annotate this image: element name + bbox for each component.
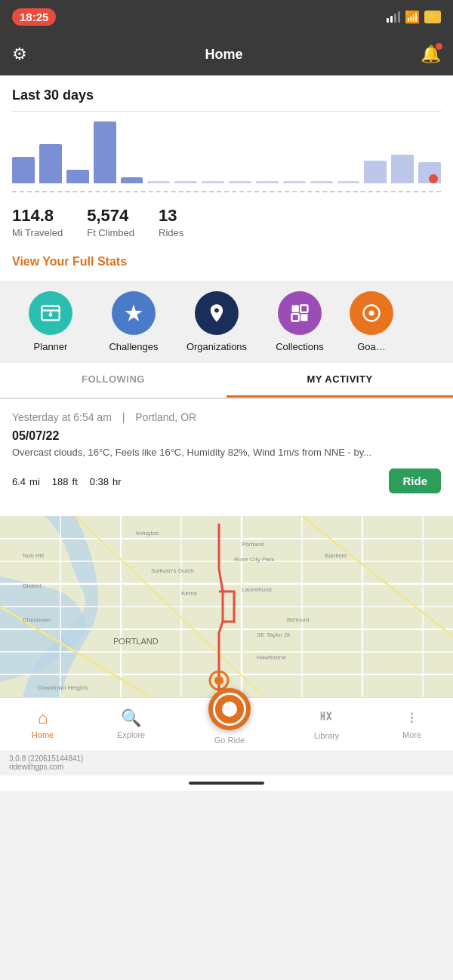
nav-library[interactable]: Library [314, 708, 340, 740]
tab-my-activity[interactable]: MY ACTIVITY [226, 363, 453, 398]
planner-label: Planner [34, 341, 68, 352]
svg-text:Downtown Heights: Downtown Heights [38, 684, 88, 691]
top-nav: ⚙ Home 🔔 [0, 33, 453, 75]
svg-point-8 [369, 311, 374, 316]
status-bar: 18:25 📶 ⚡ [0, 0, 453, 33]
chart-bar [391, 155, 414, 183]
collections-action[interactable]: Collections [258, 291, 341, 352]
svg-text:Irvington: Irvington [136, 530, 159, 536]
svg-text:PORTLAND: PORTLAND [113, 637, 159, 646]
metrics-row: 114.8 Mi Traveled 5,574 Ft Climbed 13 Ri… [12, 197, 441, 247]
activity-elevation: 188 ft [52, 473, 78, 489]
more-icon: ⁝ [409, 708, 414, 728]
svg-text:Portland: Portland [242, 541, 264, 548]
chart-bar [39, 144, 62, 183]
collections-icon [278, 291, 322, 335]
stats-title: Last 30 days [12, 88, 441, 103]
app-version: 3.0.8 (220615144841) ridewithgps.com [0, 750, 453, 776]
svg-point-43 [214, 676, 223, 685]
distance-metric: 114.8 Mi Traveled [12, 206, 63, 238]
activity-chart [12, 111, 441, 186]
activity-feed: Yesterday at 6:54 am | Portland, OR 05/0… [0, 399, 453, 516]
organizations-action[interactable]: Organizations [175, 291, 258, 352]
more-label: More [402, 730, 421, 739]
signal-icon [387, 11, 400, 23]
chart-bar [283, 181, 306, 183]
version-text: 3.0.8 (220615144841) [9, 754, 83, 763]
status-time: 18:25 [12, 8, 56, 26]
notifications-button[interactable]: 🔔 [421, 45, 441, 64]
chart-bar [229, 181, 251, 183]
activity-stats-row: 6.4 mi 188 ft 0:38 hr Ride [12, 468, 441, 493]
notification-dot [436, 43, 442, 50]
planner-action[interactable]: Planner [9, 291, 92, 352]
svg-text:Laurelhurst: Laurelhurst [242, 586, 273, 593]
settings-icon[interactable]: ⚙ [12, 45, 27, 64]
svg-rect-5 [300, 306, 307, 312]
activity-timestamp: Yesterday at 6:54 am | Portland, OR [12, 411, 441, 423]
svg-text:SE Taylor St: SE Taylor St [257, 631, 291, 638]
explore-label: Explore [117, 730, 145, 739]
chart-bar [147, 181, 170, 183]
svg-text:Chinatown: Chinatown [23, 616, 51, 623]
activity-time: 0:38 hr [90, 473, 122, 489]
chart-bar [364, 161, 387, 183]
svg-text:District: District [23, 582, 42, 589]
status-icons: 📶 ⚡ [387, 10, 441, 24]
goals-icon [350, 291, 393, 335]
wifi-icon: 📶 [405, 10, 420, 24]
stats-section: Last 30 days 114.8 Mi Traveled 5,574 Ft … [0, 75, 453, 281]
rides-metric: 13 Rides [159, 206, 183, 238]
collections-label: Collections [276, 341, 324, 352]
library-icon [319, 708, 335, 729]
rides-label: Rides [159, 227, 183, 238]
home-icon: ⌂ [38, 708, 48, 728]
svg-text:Nob Hill: Nob Hill [23, 552, 44, 559]
elevation-value: 5,574 [87, 206, 134, 226]
nav-go-ride[interactable]: Go Ride [208, 703, 251, 745]
activity-distance: 6.4 mi [12, 473, 40, 489]
svg-rect-6 [292, 314, 299, 321]
nav-home[interactable]: ⌂ Home [32, 708, 54, 739]
challenges-icon [112, 291, 156, 335]
go-ride-button[interactable] [208, 688, 251, 730]
nav-more[interactable]: ⁝ More [402, 708, 421, 739]
svg-rect-4 [292, 306, 299, 312]
challenges-label: Challenges [109, 341, 158, 352]
activity-map[interactable]: PORTLAND Nob Hill District Chinatown Irv… [0, 516, 453, 697]
home-indicator [189, 782, 264, 785]
planner-icon [29, 291, 72, 335]
tab-following[interactable]: FOLLOWING [0, 363, 226, 398]
chart-bar [174, 181, 197, 183]
chart-bar [94, 121, 116, 183]
organizations-label: Organizations [186, 341, 247, 352]
rides-value: 13 [159, 206, 183, 226]
svg-point-2 [49, 313, 53, 317]
home-label: Home [32, 730, 54, 739]
elevation-metric: 5,574 Ft Climbed [87, 206, 134, 238]
chart-bar [121, 177, 143, 183]
chart-endpoint-dot [429, 174, 438, 183]
actions-row: Planner Challenges Organizations [0, 291, 453, 352]
explore-icon: 🔍 [121, 708, 141, 728]
chart-bar [202, 181, 224, 183]
chart-bar [337, 181, 360, 183]
home-bar [0, 776, 453, 791]
challenges-action[interactable]: Challenges [92, 291, 175, 352]
goals-action[interactable]: Goa… [341, 291, 402, 352]
distance-value: 114.8 [12, 206, 63, 226]
svg-text:Sullivan's Gulch: Sullivan's Gulch [151, 567, 194, 574]
bottom-nav: ⌂ Home 🔍 Explore Go Ride Library ⁝ More [0, 697, 453, 750]
battery-icon: ⚡ [424, 11, 441, 23]
svg-text:Rose City Park: Rose City Park [234, 556, 275, 563]
organizations-icon [195, 291, 239, 335]
elevation-label: Ft Climbed [87, 227, 134, 238]
view-full-stats-link[interactable]: View Your Full Stats [12, 247, 441, 281]
chart-bar [66, 170, 89, 183]
nav-explore[interactable]: 🔍 Explore [117, 708, 145, 739]
distance-label: Mi Traveled [12, 227, 63, 238]
svg-text:Belmont: Belmont [287, 616, 310, 623]
activity-location: Portland, OR [135, 411, 196, 423]
ride-button[interactable]: Ride [389, 468, 441, 493]
activity-weather: Overcast clouds, 16°C, Feels like 16°C, … [12, 446, 441, 459]
